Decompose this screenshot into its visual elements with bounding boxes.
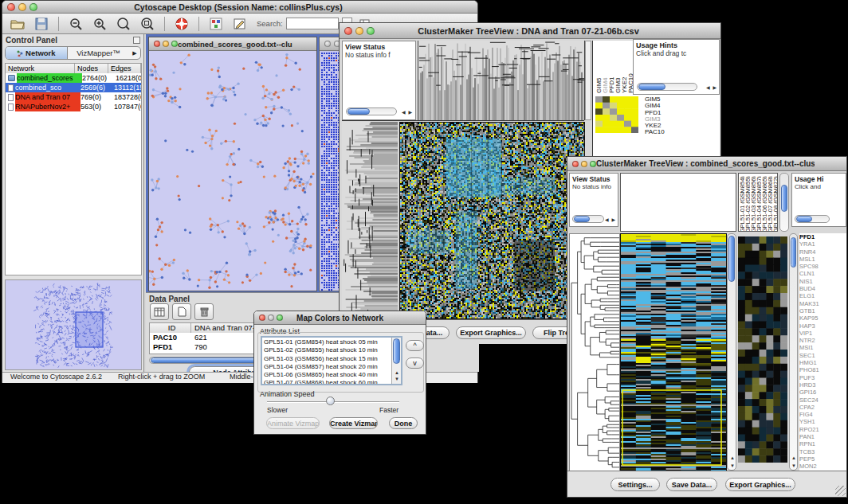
done-button[interactable]: Done	[389, 417, 418, 429]
close-button[interactable]	[572, 161, 579, 167]
new-attribute-button[interactable]	[172, 303, 191, 320]
attribute-list-item[interactable]: GPL51-02 (GSM855) heat shock 10 min	[264, 346, 390, 354]
tab-network[interactable]: Network	[6, 47, 68, 59]
tv2-save-data-button[interactable]: Save Data...	[666, 478, 717, 491]
tv2-gene-label[interactable]: KAP95	[799, 315, 846, 322]
column-header-network[interactable]: Network	[6, 64, 75, 73]
table-mode-button[interactable]	[150, 303, 169, 320]
tv2-gene-label[interactable]: RPO21	[799, 426, 846, 433]
network-list-row[interactable]: combined_scores 2764(0) 16218(0)	[6, 73, 141, 83]
tv2-gene-label[interactable]: PUF3	[799, 374, 846, 381]
tv2-view-status-scroll-arrows[interactable]: ◀ ▶	[605, 217, 616, 222]
tv2-gene-label[interactable]: HAP3	[799, 322, 846, 330]
attribute-list-item[interactable]: GPL51-03 (GSM856) heat shock 15 min	[264, 355, 390, 363]
zoom-window-button[interactable]	[171, 41, 178, 47]
tv2-gene-label[interactable]: SEC24	[799, 397, 846, 404]
tv1-gene-label[interactable]: PFD1	[645, 110, 693, 116]
tv2-gene-label[interactable]: GTB1	[799, 307, 846, 315]
tv1-heatmap-canvas[interactable]	[399, 122, 585, 319]
tv1-gene-label[interactable]: GIM4	[645, 103, 693, 109]
resize-grip[interactable]	[835, 486, 846, 496]
tv2-gene-label[interactable]: YRA1	[799, 240, 846, 248]
zoom-selected-button[interactable]	[137, 15, 158, 33]
tv2-gene-label[interactable]: YSH1	[799, 418, 846, 425]
tab-vizmapper[interactable]: VizMapper™	[68, 47, 129, 59]
tv2-view-status-scrollbar[interactable]	[572, 215, 604, 223]
tv2-gene-label[interactable]: VIP1	[799, 330, 846, 337]
animation-speed-thumb[interactable]	[326, 397, 335, 405]
tv1-dendro-scroll-strip[interactable]	[585, 41, 591, 120]
delete-attribute-button[interactable]	[194, 303, 214, 320]
float-panel-icon[interactable]	[133, 37, 140, 44]
tv2-gene-scrollbar[interactable]: ▲ ▼	[789, 233, 798, 471]
network-overview-canvas[interactable]	[5, 279, 142, 370]
minimize-button[interactable]	[163, 41, 169, 47]
tv2-gene-label[interactable]: PHO81	[799, 366, 846, 373]
annotation-button[interactable]	[230, 15, 250, 33]
tv2-gene-label[interactable]: SPC98	[799, 263, 846, 270]
attribute-list-scrollbar[interactable]: ▲ ▼	[391, 338, 401, 384]
minimize-button[interactable]	[581, 161, 587, 167]
tv2-row-dendrogram-canvas[interactable]	[569, 233, 620, 472]
column-header-id[interactable]: ID	[150, 323, 191, 333]
tv2-gene-label[interactable]: CLN1	[799, 270, 846, 277]
zoom-fit-button[interactable]	[113, 15, 134, 33]
column-header-edges[interactable]: Edges	[108, 64, 141, 73]
tv1-view-status-scrollbar[interactable]	[346, 107, 397, 115]
tv2-gene-label[interactable]: BUD4	[799, 285, 846, 292]
tv1-usage-hints-scrollbar[interactable]	[637, 83, 697, 91]
tv2-gene-label[interactable]: NTR2	[799, 337, 846, 344]
zoom-out-button[interactable]	[65, 15, 86, 33]
close-button[interactable]	[344, 27, 352, 35]
tv1-usage-hints-scroll-arrows[interactable]: ◀ ▶	[706, 84, 717, 90]
close-button[interactable]	[259, 315, 265, 321]
network-frame-titlebar[interactable]: combined_scores_good.txt--cluste...	[149, 37, 316, 51]
tv2-gene-label[interactable]: HRD3	[799, 381, 846, 389]
zoom-in-button[interactable]	[89, 15, 110, 33]
minimize-button[interactable]	[355, 27, 363, 35]
tv2-gene-label[interactable]: MSL1	[799, 256, 846, 263]
attribute-list-item[interactable]: GPL51-07 (GSM868) heat shock 60 min	[264, 379, 390, 385]
zoom-window-button[interactable]	[367, 27, 375, 35]
network-list-row[interactable]: combined_sco 2569(6) 13112(15)	[6, 83, 141, 92]
tv2-gene-label[interactable]: ELG1	[799, 292, 846, 299]
animate-vizmap-button[interactable]: Animate Vizmap	[266, 417, 320, 429]
attribute-move-down-button[interactable]: v	[406, 357, 424, 369]
tv2-heatmap-scrollbar[interactable]: ▲ ▼	[727, 233, 736, 471]
map-dialog-titlebar[interactable]: Map Colors to Network	[254, 311, 426, 325]
search-input[interactable]	[286, 18, 339, 29]
tv1-column-dendrogram-canvas[interactable]	[418, 41, 585, 120]
save-session-button[interactable]	[31, 15, 52, 33]
tv1-gene-label[interactable]: PAC10	[645, 129, 693, 135]
tv2-column-dendrogram-area[interactable]	[620, 173, 736, 232]
tv2-gene-label[interactable]: MSI1	[799, 344, 846, 351]
tab-overflow-arrow[interactable]: ▶	[129, 47, 140, 59]
close-button[interactable]	[324, 41, 331, 47]
tv2-column-scrollbar[interactable]	[779, 173, 789, 232]
treeview2-titlebar[interactable]: ClusterMaker TreeView : combined_scores_…	[567, 157, 846, 171]
tv2-gene-label[interactable]: RPN1	[799, 440, 846, 447]
close-button[interactable]	[7, 3, 15, 11]
tv2-gene-label[interactable]: HMG1	[799, 359, 846, 366]
attribute-list-item[interactable]: GPL51-06 (GSM865) heat shock 40 min	[264, 371, 390, 379]
column-header-nodes[interactable]: Nodes	[75, 64, 108, 73]
tv1-gene-label[interactable]: YKE2	[645, 123, 693, 129]
tv2-usage-hints-scrollbar[interactable]	[795, 215, 830, 223]
main-titlebar[interactable]: Cytoscape Desktop (Session Name: collins…	[2, 1, 477, 14]
minimize-button[interactable]	[18, 3, 26, 11]
zoom-window-button[interactable]	[590, 161, 596, 167]
attribute-listbox[interactable]: GPL51-01 (GSM854) heat shock 05 minGPL51…	[261, 336, 402, 385]
tv2-gene-label[interactable]: CPA2	[799, 404, 846, 411]
minimize-button[interactable]	[268, 315, 274, 321]
tv1-gene-label[interactable]: GIM5	[645, 96, 693, 103]
tv1-global-matrix-canvas[interactable]	[595, 96, 638, 133]
tv2-gene-label[interactable]: PEP5	[799, 455, 846, 463]
close-button[interactable]	[154, 41, 160, 47]
tv2-settings-button[interactable]: Settings...	[610, 478, 660, 491]
tv1-export-graphics-button[interactable]: Export Graphics...	[456, 326, 526, 339]
treeview1-titlebar[interactable]: ClusterMaker TreeView : DNA and Tran 07-…	[340, 23, 720, 39]
tv2-gene-label[interactable]: SEC1	[799, 352, 846, 359]
attribute-list-item[interactable]: GPL51-01 (GSM854) heat shock 05 min	[264, 338, 390, 346]
tv2-gene-label[interactable]: MAK31	[799, 300, 846, 307]
zoom-window-button[interactable]	[277, 315, 283, 321]
